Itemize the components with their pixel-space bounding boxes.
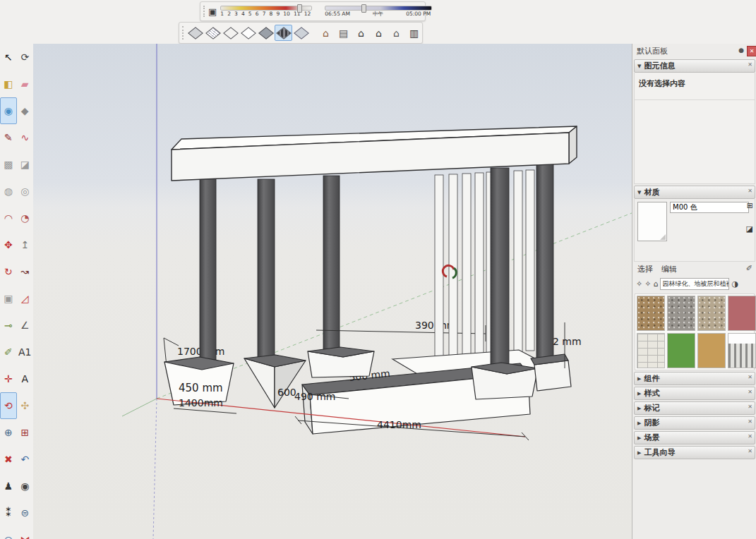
style-wireframe-button[interactable] bbox=[222, 25, 239, 41]
select-tool[interactable]: ↖ bbox=[0, 44, 17, 71]
roof-beam-end-face[interactable] bbox=[569, 126, 577, 164]
textured-sphere-tool[interactable]: ◉ bbox=[0, 97, 17, 124]
footing-front-face[interactable] bbox=[534, 361, 571, 391]
column[interactable] bbox=[258, 179, 275, 357]
style-hidden-line-button[interactable] bbox=[239, 25, 257, 41]
shadow-settings-button[interactable]: ▣ bbox=[208, 4, 217, 20]
section-plane-tool[interactable]: ⊜ bbox=[17, 499, 34, 526]
pin-icon[interactable]: ● bbox=[738, 47, 744, 54]
back-icon[interactable]: ✧ bbox=[636, 279, 642, 289]
month-tick[interactable]: 5 bbox=[248, 11, 252, 17]
3d-text-tool[interactable]: A bbox=[17, 365, 34, 392]
time-slider-knob[interactable] bbox=[361, 4, 366, 13]
close-icon[interactable]: ✕ bbox=[748, 188, 752, 194]
close-icon[interactable]: ✕ bbox=[748, 389, 752, 395]
paint-roller-icon[interactable]: ◪ bbox=[746, 224, 753, 234]
texture-cobblestone[interactable] bbox=[697, 296, 726, 331]
month-tick[interactable]: 1 bbox=[220, 11, 224, 17]
texture-gravel-gray[interactable] bbox=[667, 296, 695, 331]
texture-sand-tan[interactable] bbox=[697, 333, 726, 368]
view-top-button[interactable]: ▤ bbox=[335, 25, 352, 41]
slats[interactable] bbox=[435, 170, 534, 359]
tray-section-header[interactable]: ▶ 标记 ✕ bbox=[634, 401, 755, 415]
make-component-tool[interactable]: ⟳ bbox=[17, 44, 34, 71]
close-icon[interactable]: ✕ bbox=[748, 433, 752, 440]
texture-gravel-brown[interactable] bbox=[637, 296, 665, 331]
column[interactable] bbox=[323, 176, 340, 350]
forward-icon[interactable]: ✧ bbox=[644, 279, 651, 289]
position-camera-tool[interactable]: ♟ bbox=[0, 473, 17, 499]
zoom-previous-tool[interactable]: ↶ bbox=[17, 446, 34, 473]
month-tick[interactable]: 9 bbox=[276, 11, 280, 17]
pencil-sample-tool[interactable]: ✐ bbox=[0, 339, 17, 365]
month-tick[interactable]: 10 bbox=[283, 11, 290, 17]
view-iso-button[interactable]: ⌂ bbox=[317, 25, 335, 41]
toolbar-grip[interactable] bbox=[182, 26, 184, 40]
date-slider-knob[interactable] bbox=[297, 4, 302, 13]
tray-section-header[interactable]: ▶ 工具向导 ✕ bbox=[634, 446, 755, 459]
texture-pavers-white[interactable] bbox=[637, 333, 665, 368]
rotated-rectangle-tool[interactable]: ◪ bbox=[17, 151, 34, 178]
close-icon[interactable]: ✕ bbox=[748, 61, 752, 68]
shadow-time-slider[interactable]: 06:55 AM 中午 05:00 PM bbox=[325, 6, 432, 17]
tray-section-header[interactable]: ▶ 组件 ✕ bbox=[634, 372, 755, 385]
pan-tool[interactable]: ✣ bbox=[17, 392, 34, 419]
material-category-dropdown[interactable]: 园林绿化、地被层和植被 ∨ bbox=[660, 278, 729, 290]
view-front-button[interactable]: ⌂ bbox=[352, 25, 370, 41]
slat[interactable] bbox=[475, 173, 484, 355]
close-tray-button[interactable]: ✕ bbox=[747, 46, 756, 56]
column[interactable] bbox=[200, 178, 216, 360]
create-material-icon[interactable]: ⊞ bbox=[747, 201, 753, 210]
view-back-button[interactable]: ⌂ bbox=[388, 25, 405, 41]
pie-tool[interactable]: ◔ bbox=[17, 205, 34, 231]
entity-info-header[interactable]: ▼ 图元信息 ✕ bbox=[634, 59, 755, 73]
column[interactable] bbox=[491, 168, 509, 370]
date-slider-track[interactable] bbox=[220, 6, 312, 11]
circle-tool[interactable]: ◍ bbox=[0, 178, 17, 205]
month-tick[interactable]: 6 bbox=[256, 11, 259, 17]
modeling-viewport[interactable]: 1700 mm 390 mm bbox=[33, 44, 632, 539]
resize-corner[interactable] bbox=[660, 234, 666, 240]
column[interactable] bbox=[536, 164, 553, 358]
style-shaded-textures-button[interactable] bbox=[275, 25, 292, 41]
month-tick[interactable]: 3 bbox=[234, 11, 238, 17]
texture-grass-green[interactable] bbox=[667, 333, 695, 368]
tape-measure-tool[interactable]: ⊸ bbox=[0, 312, 17, 339]
view-left-button[interactable]: ▥ bbox=[405, 25, 423, 41]
look-around-tool[interactable]: ◉ bbox=[17, 473, 34, 499]
home-icon[interactable]: ⌂ bbox=[653, 279, 658, 289]
view-right-button[interactable]: ⌂ bbox=[370, 25, 388, 41]
slat[interactable] bbox=[462, 174, 471, 356]
style-shaded-button[interactable] bbox=[257, 25, 275, 41]
extra-tool-2[interactable]: ⋈ bbox=[17, 526, 34, 539]
month-tick[interactable]: 8 bbox=[270, 11, 273, 17]
walk-tool[interactable]: ⁑ bbox=[0, 499, 17, 526]
offset-tool[interactable]: ▣ bbox=[0, 285, 17, 312]
scale-tool[interactable]: ◿ bbox=[17, 285, 34, 312]
rotate-tool[interactable]: ↻ bbox=[0, 258, 17, 285]
rectangle-tool[interactable]: ▩ bbox=[0, 151, 17, 178]
tray-section-header[interactable]: ▶ 阴影 ✕ bbox=[634, 416, 755, 430]
style-back-edges-button[interactable] bbox=[204, 25, 222, 41]
zoom-tool[interactable]: ⊕ bbox=[0, 419, 17, 446]
tray-section-header[interactable]: ▶ 样式 ✕ bbox=[634, 387, 755, 400]
month-tick[interactable]: 12 bbox=[304, 11, 311, 17]
time-slider-track[interactable] bbox=[325, 6, 432, 11]
push-pull-tool[interactable]: ↥ bbox=[17, 231, 34, 258]
texture-clay-red[interactable] bbox=[728, 296, 756, 331]
shadow-date-slider[interactable]: 123456789101112 bbox=[220, 6, 312, 17]
axes-tool[interactable]: ✛ bbox=[0, 365, 17, 392]
slat[interactable] bbox=[526, 170, 534, 351]
close-icon[interactable]: ✕ bbox=[748, 448, 752, 454]
follow-me-tool[interactable]: ↝ bbox=[17, 258, 34, 285]
orbit-tool[interactable]: ⟲ bbox=[0, 392, 17, 419]
freehand-tool[interactable]: ∿ bbox=[17, 124, 34, 151]
tab-select[interactable]: 选择 bbox=[637, 264, 653, 274]
slat[interactable] bbox=[514, 171, 522, 352]
month-tick[interactable]: 7 bbox=[263, 11, 266, 17]
tab-edit[interactable]: 编辑 bbox=[661, 264, 677, 274]
close-icon[interactable]: ✕ bbox=[748, 404, 752, 410]
line-tool[interactable]: ✎ bbox=[0, 124, 17, 151]
month-tick[interactable]: 4 bbox=[241, 11, 245, 17]
viewport-canvas[interactable]: 1700 mm 390 mm bbox=[33, 44, 632, 539]
